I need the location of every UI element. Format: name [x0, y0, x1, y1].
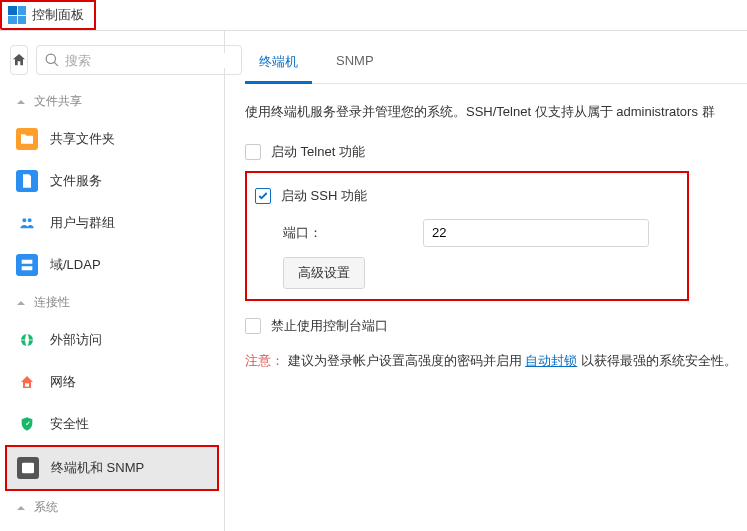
search-input[interactable]: [65, 53, 233, 68]
disable-console-label: 禁止使用控制台端口: [271, 317, 388, 335]
control-panel-icon: [8, 6, 26, 24]
sidebar-item-user-group[interactable]: 用户与群组: [0, 202, 224, 244]
sidebar-item-label: 终端机和 SNMP: [51, 459, 144, 477]
checkbox-checked-icon[interactable]: [255, 188, 271, 204]
main-panel: 终端机 SNMP 使用终端机服务登录并管理您的系统。SSH/Telnet 仅支持…: [225, 31, 747, 531]
folder-icon: [16, 128, 38, 150]
ssh-checkbox-row[interactable]: 启动 SSH 功能: [255, 181, 679, 211]
sidebar-item-label: 用户与群组: [50, 214, 115, 232]
checkbox-unchecked-icon[interactable]: [245, 144, 261, 160]
sidebar-item-shared-folder[interactable]: 共享文件夹: [0, 118, 224, 160]
tab-snmp[interactable]: SNMP: [322, 45, 388, 84]
highlight-terminal: 终端机和 SNMP: [5, 445, 219, 491]
terminal-icon: [17, 457, 39, 479]
search-box[interactable]: [36, 45, 242, 75]
window-titlebar: 控制面板: [0, 0, 96, 30]
sidebar-item-terminal[interactable]: 终端机和 SNMP: [7, 447, 217, 489]
chevron-up-icon: [16, 298, 26, 308]
chevron-up-icon: [16, 97, 26, 107]
users-icon: [16, 212, 38, 234]
sidebar-item-label: 域/LDAP: [50, 256, 101, 274]
tabbar: 终端机 SNMP: [245, 31, 747, 84]
sidebar-item-label: 安全性: [50, 415, 89, 433]
telnet-label: 启动 Telnet 功能: [271, 143, 365, 161]
section-label: 文件共享: [34, 93, 82, 110]
checkbox-unchecked-icon[interactable]: [245, 318, 261, 334]
tab-terminal[interactable]: 终端机: [245, 45, 312, 84]
section-system[interactable]: 系统: [0, 491, 224, 524]
search-row: [0, 39, 224, 85]
section-connectivity[interactable]: 连接性: [0, 286, 224, 319]
sidebar-item-external[interactable]: 外部访问: [0, 319, 224, 361]
advanced-settings-button[interactable]: 高级设置: [283, 257, 365, 289]
sidebar-item-label: 外部访问: [50, 331, 102, 349]
sidebar-item-ldap[interactable]: 域/LDAP: [0, 244, 224, 286]
home-button[interactable]: [10, 45, 28, 75]
chevron-up-icon: [16, 503, 26, 513]
port-input[interactable]: [423, 219, 649, 247]
sidebar-item-network[interactable]: 网络: [0, 361, 224, 403]
telnet-checkbox-row[interactable]: 启动 Telnet 功能: [245, 137, 747, 167]
sidebar-item-file-service[interactable]: 文件服务: [0, 160, 224, 202]
sidebar-item-label: 共享文件夹: [50, 130, 115, 148]
ldap-icon: [16, 254, 38, 276]
section-label: 系统: [34, 499, 58, 516]
port-field-row: 端口：: [255, 211, 679, 257]
notice-body2: 以获得最强的系统安全性。: [577, 353, 737, 368]
notice-body1: 建议为登录帐户设置高强度的密码并启用: [288, 353, 526, 368]
sidebar-item-label: 文件服务: [50, 172, 102, 190]
auto-block-link[interactable]: 自动封锁: [525, 353, 577, 368]
file-service-icon: [16, 170, 38, 192]
notice-prefix: 注意：: [245, 353, 284, 368]
highlight-ssh-group: 启动 SSH 功能 端口： 高级设置: [245, 171, 689, 301]
section-file-share[interactable]: 文件共享: [0, 85, 224, 118]
description-text: 使用终端机服务登录并管理您的系统。SSH/Telnet 仅支持从属于 admin…: [245, 84, 747, 137]
ssh-label: 启动 SSH 功能: [281, 187, 367, 205]
home-icon: [11, 52, 27, 68]
sidebar-item-security[interactable]: 安全性: [0, 403, 224, 445]
svg-rect-2: [22, 463, 34, 474]
svg-rect-1: [25, 383, 29, 386]
shield-icon: [16, 413, 38, 435]
section-label: 连接性: [34, 294, 70, 311]
window-title: 控制面板: [32, 6, 84, 24]
globe-icon: [16, 329, 38, 351]
layout: 文件共享 共享文件夹 文件服务 用户与群组 域/LDAP 连接性 外部访问: [0, 30, 747, 531]
port-label: 端口：: [283, 224, 413, 242]
search-icon: [45, 53, 59, 67]
sidebar-item-label: 网络: [50, 373, 76, 391]
network-icon: [16, 371, 38, 393]
disable-console-row[interactable]: 禁止使用控制台端口: [245, 311, 747, 341]
notice-text: 注意： 建议为登录帐户设置高强度的密码并启用 自动封锁 以获得最强的系统安全性。: [245, 341, 747, 382]
sidebar: 文件共享 共享文件夹 文件服务 用户与群组 域/LDAP 连接性 外部访问: [0, 31, 225, 531]
